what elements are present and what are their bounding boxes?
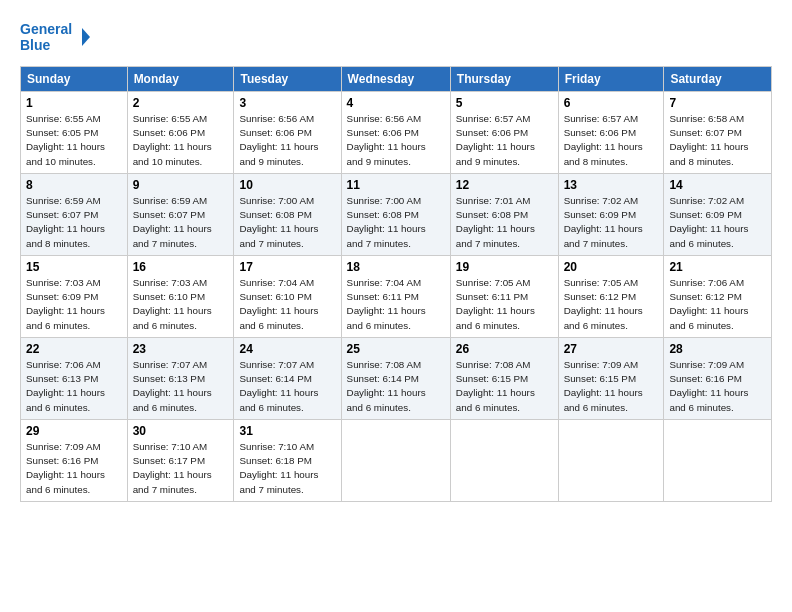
day-info: Sunrise: 6:56 AMSunset: 6:06 PMDaylight:… bbox=[239, 113, 318, 167]
day-number: 11 bbox=[347, 178, 445, 192]
day-number: 29 bbox=[26, 424, 122, 438]
calendar-cell: 24 Sunrise: 7:07 AMSunset: 6:14 PMDaylig… bbox=[234, 338, 341, 420]
day-number: 19 bbox=[456, 260, 553, 274]
calendar-week-2: 8 Sunrise: 6:59 AMSunset: 6:07 PMDayligh… bbox=[21, 174, 772, 256]
calendar-cell: 5 Sunrise: 6:57 AMSunset: 6:06 PMDayligh… bbox=[450, 92, 558, 174]
day-number: 28 bbox=[669, 342, 766, 356]
calendar-cell: 22 Sunrise: 7:06 AMSunset: 6:13 PMDaylig… bbox=[21, 338, 128, 420]
calendar-cell: 21 Sunrise: 7:06 AMSunset: 6:12 PMDaylig… bbox=[664, 256, 772, 338]
day-info: Sunrise: 6:57 AMSunset: 6:06 PMDaylight:… bbox=[456, 113, 535, 167]
calendar-cell: 6 Sunrise: 6:57 AMSunset: 6:06 PMDayligh… bbox=[558, 92, 664, 174]
day-number: 21 bbox=[669, 260, 766, 274]
calendar-week-3: 15 Sunrise: 7:03 AMSunset: 6:09 PMDaylig… bbox=[21, 256, 772, 338]
day-number: 15 bbox=[26, 260, 122, 274]
day-number: 18 bbox=[347, 260, 445, 274]
day-number: 23 bbox=[133, 342, 229, 356]
calendar-cell: 7 Sunrise: 6:58 AMSunset: 6:07 PMDayligh… bbox=[664, 92, 772, 174]
calendar-cell: 28 Sunrise: 7:09 AMSunset: 6:16 PMDaylig… bbox=[664, 338, 772, 420]
calendar-week-5: 29 Sunrise: 7:09 AMSunset: 6:16 PMDaylig… bbox=[21, 420, 772, 502]
day-number: 10 bbox=[239, 178, 335, 192]
day-number: 27 bbox=[564, 342, 659, 356]
calendar-cell: 17 Sunrise: 7:04 AMSunset: 6:10 PMDaylig… bbox=[234, 256, 341, 338]
svg-text:Blue: Blue bbox=[20, 37, 51, 53]
calendar-cell bbox=[450, 420, 558, 502]
svg-text:General: General bbox=[20, 21, 72, 37]
calendar-cell: 25 Sunrise: 7:08 AMSunset: 6:14 PMDaylig… bbox=[341, 338, 450, 420]
day-number: 8 bbox=[26, 178, 122, 192]
day-number: 14 bbox=[669, 178, 766, 192]
day-info: Sunrise: 7:10 AMSunset: 6:18 PMDaylight:… bbox=[239, 441, 318, 495]
day-info: Sunrise: 6:55 AMSunset: 6:06 PMDaylight:… bbox=[133, 113, 212, 167]
day-header-sunday: Sunday bbox=[21, 67, 128, 92]
calendar-cell: 10 Sunrise: 7:00 AMSunset: 6:08 PMDaylig… bbox=[234, 174, 341, 256]
day-info: Sunrise: 7:02 AMSunset: 6:09 PMDaylight:… bbox=[564, 195, 643, 249]
day-number: 17 bbox=[239, 260, 335, 274]
day-number: 26 bbox=[456, 342, 553, 356]
day-info: Sunrise: 6:55 AMSunset: 6:05 PMDaylight:… bbox=[26, 113, 105, 167]
day-info: Sunrise: 7:03 AMSunset: 6:09 PMDaylight:… bbox=[26, 277, 105, 331]
day-number: 31 bbox=[239, 424, 335, 438]
day-info: Sunrise: 7:10 AMSunset: 6:17 PMDaylight:… bbox=[133, 441, 212, 495]
logo-svg: General Blue bbox=[20, 18, 90, 56]
day-number: 3 bbox=[239, 96, 335, 110]
calendar-cell: 8 Sunrise: 6:59 AMSunset: 6:07 PMDayligh… bbox=[21, 174, 128, 256]
day-info: Sunrise: 7:03 AMSunset: 6:10 PMDaylight:… bbox=[133, 277, 212, 331]
calendar-cell: 2 Sunrise: 6:55 AMSunset: 6:06 PMDayligh… bbox=[127, 92, 234, 174]
day-number: 30 bbox=[133, 424, 229, 438]
day-header-friday: Friday bbox=[558, 67, 664, 92]
day-number: 9 bbox=[133, 178, 229, 192]
svg-marker-2 bbox=[82, 28, 90, 46]
day-header-wednesday: Wednesday bbox=[341, 67, 450, 92]
day-number: 5 bbox=[456, 96, 553, 110]
day-info: Sunrise: 7:09 AMSunset: 6:15 PMDaylight:… bbox=[564, 359, 643, 413]
calendar-cell: 19 Sunrise: 7:05 AMSunset: 6:11 PMDaylig… bbox=[450, 256, 558, 338]
day-info: Sunrise: 7:06 AMSunset: 6:12 PMDaylight:… bbox=[669, 277, 748, 331]
day-header-tuesday: Tuesday bbox=[234, 67, 341, 92]
day-number: 4 bbox=[347, 96, 445, 110]
day-info: Sunrise: 7:08 AMSunset: 6:15 PMDaylight:… bbox=[456, 359, 535, 413]
calendar-cell: 20 Sunrise: 7:05 AMSunset: 6:12 PMDaylig… bbox=[558, 256, 664, 338]
calendar-cell: 23 Sunrise: 7:07 AMSunset: 6:13 PMDaylig… bbox=[127, 338, 234, 420]
calendar-header-row: SundayMondayTuesdayWednesdayThursdayFrid… bbox=[21, 67, 772, 92]
calendar-cell: 31 Sunrise: 7:10 AMSunset: 6:18 PMDaylig… bbox=[234, 420, 341, 502]
calendar-cell: 11 Sunrise: 7:00 AMSunset: 6:08 PMDaylig… bbox=[341, 174, 450, 256]
day-info: Sunrise: 6:58 AMSunset: 6:07 PMDaylight:… bbox=[669, 113, 748, 167]
day-info: Sunrise: 6:59 AMSunset: 6:07 PMDaylight:… bbox=[133, 195, 212, 249]
day-number: 22 bbox=[26, 342, 122, 356]
day-info: Sunrise: 7:05 AMSunset: 6:11 PMDaylight:… bbox=[456, 277, 535, 331]
day-info: Sunrise: 6:59 AMSunset: 6:07 PMDaylight:… bbox=[26, 195, 105, 249]
day-info: Sunrise: 7:09 AMSunset: 6:16 PMDaylight:… bbox=[26, 441, 105, 495]
calendar-cell bbox=[664, 420, 772, 502]
calendar-cell: 30 Sunrise: 7:10 AMSunset: 6:17 PMDaylig… bbox=[127, 420, 234, 502]
day-info: Sunrise: 7:05 AMSunset: 6:12 PMDaylight:… bbox=[564, 277, 643, 331]
day-number: 7 bbox=[669, 96, 766, 110]
day-header-monday: Monday bbox=[127, 67, 234, 92]
calendar-cell: 16 Sunrise: 7:03 AMSunset: 6:10 PMDaylig… bbox=[127, 256, 234, 338]
day-number: 20 bbox=[564, 260, 659, 274]
calendar-week-1: 1 Sunrise: 6:55 AMSunset: 6:05 PMDayligh… bbox=[21, 92, 772, 174]
day-header-thursday: Thursday bbox=[450, 67, 558, 92]
calendar-cell: 26 Sunrise: 7:08 AMSunset: 6:15 PMDaylig… bbox=[450, 338, 558, 420]
day-info: Sunrise: 6:56 AMSunset: 6:06 PMDaylight:… bbox=[347, 113, 426, 167]
calendar-cell: 29 Sunrise: 7:09 AMSunset: 6:16 PMDaylig… bbox=[21, 420, 128, 502]
day-number: 2 bbox=[133, 96, 229, 110]
calendar-cell: 15 Sunrise: 7:03 AMSunset: 6:09 PMDaylig… bbox=[21, 256, 128, 338]
calendar-table: SundayMondayTuesdayWednesdayThursdayFrid… bbox=[20, 66, 772, 502]
day-info: Sunrise: 7:04 AMSunset: 6:11 PMDaylight:… bbox=[347, 277, 426, 331]
calendar-cell: 1 Sunrise: 6:55 AMSunset: 6:05 PMDayligh… bbox=[21, 92, 128, 174]
day-number: 6 bbox=[564, 96, 659, 110]
calendar-cell: 13 Sunrise: 7:02 AMSunset: 6:09 PMDaylig… bbox=[558, 174, 664, 256]
day-info: Sunrise: 7:08 AMSunset: 6:14 PMDaylight:… bbox=[347, 359, 426, 413]
day-number: 1 bbox=[26, 96, 122, 110]
calendar-cell: 18 Sunrise: 7:04 AMSunset: 6:11 PMDaylig… bbox=[341, 256, 450, 338]
day-info: Sunrise: 7:01 AMSunset: 6:08 PMDaylight:… bbox=[456, 195, 535, 249]
day-number: 16 bbox=[133, 260, 229, 274]
calendar-cell: 9 Sunrise: 6:59 AMSunset: 6:07 PMDayligh… bbox=[127, 174, 234, 256]
calendar-cell bbox=[341, 420, 450, 502]
page: General Blue SundayMondayTuesdayWednesda… bbox=[0, 0, 792, 512]
day-header-saturday: Saturday bbox=[664, 67, 772, 92]
day-number: 25 bbox=[347, 342, 445, 356]
calendar-week-4: 22 Sunrise: 7:06 AMSunset: 6:13 PMDaylig… bbox=[21, 338, 772, 420]
day-info: Sunrise: 7:02 AMSunset: 6:09 PMDaylight:… bbox=[669, 195, 748, 249]
day-info: Sunrise: 7:07 AMSunset: 6:14 PMDaylight:… bbox=[239, 359, 318, 413]
